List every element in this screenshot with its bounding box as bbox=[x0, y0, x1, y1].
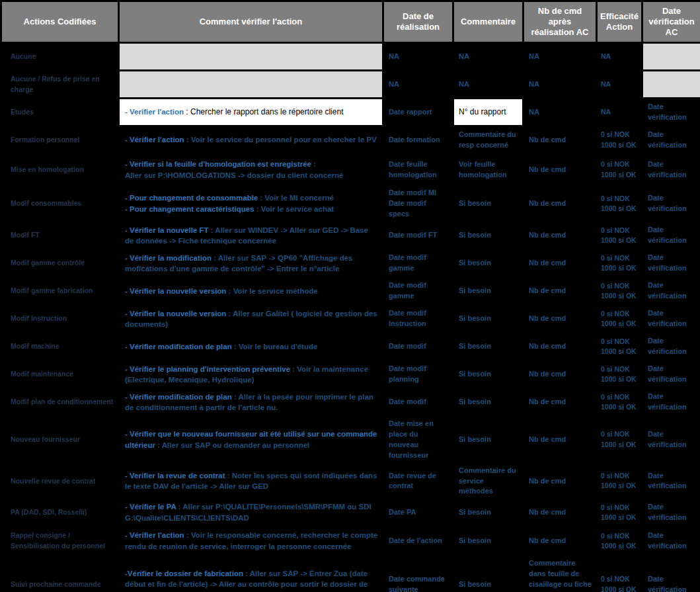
cell-nb-cmd: Nb de cmd bbox=[524, 463, 597, 499]
cell-nb-cmd: Nb de cmd bbox=[524, 526, 597, 556]
table-row: Mise en homologation- Verifier si la feu… bbox=[1, 154, 700, 186]
cell-how bbox=[119, 71, 383, 99]
cell-action: Modif maintenance bbox=[1, 360, 119, 388]
how-line: - Vérifier la modification : Aller sur S… bbox=[125, 253, 378, 275]
how-line: - Vérifier modification de plan : Voir l… bbox=[125, 341, 378, 353]
cell-date-verification: Date vérification bbox=[642, 305, 700, 333]
cell-how: - Vérifier la nouvelle version : Aller s… bbox=[119, 305, 383, 333]
cell-commentaire: Commentaire du resp concerné bbox=[453, 126, 524, 154]
cell-date-verification: Date vérification bbox=[642, 416, 700, 463]
cell-action: Rappel consigne / Sensibilisation du per… bbox=[1, 526, 119, 556]
cell-action: Nouvelle revue de contrat bbox=[1, 463, 119, 499]
how-lead-text: - Verifier si la feuille d'homologation … bbox=[125, 160, 311, 168]
cell-date-verification: Date vérification bbox=[642, 463, 700, 499]
table-row: AucuneNANANANA bbox=[1, 43, 700, 71]
cell-commentaire: Si besoin bbox=[453, 499, 524, 526]
column-header: Comment vérifier l'action bbox=[119, 1, 383, 43]
how-line: - Verifier la revue de contrat : Noter l… bbox=[125, 470, 378, 492]
how-lead-text: - Vérifier l'action bbox=[125, 531, 184, 539]
cell-nb-cmd: Nb de cmd bbox=[524, 186, 597, 222]
cell-date-realisation: Date de l'action bbox=[383, 526, 453, 556]
cell-commentaire: Si besoin bbox=[453, 556, 524, 592]
how-line: - Vérifier l'action : Voir le service du… bbox=[125, 134, 378, 146]
cell-efficacite: 0 si NOK 1000 si OK bbox=[597, 249, 642, 277]
cell-nb-cmd: Nb de cmd bbox=[524, 154, 597, 186]
cell-commentaire: N° du rapport bbox=[453, 99, 524, 126]
cell-nb-cmd: Nb de cmd bbox=[524, 249, 597, 277]
cell-efficacite: 0 si NOK 1000 si OK bbox=[597, 526, 642, 556]
cell-action: Modif Instruction bbox=[1, 305, 119, 333]
cell-action: Mise en homologation bbox=[1, 154, 119, 186]
cell-date-verification: Date vérification bbox=[642, 249, 700, 277]
cell-nb-cmd: Nb de cmd bbox=[524, 333, 597, 360]
table-row: Modif machine- Vérifier modification de … bbox=[1, 333, 700, 360]
how-detail-text: : Voir le MI concerné bbox=[258, 194, 334, 202]
how-detail-text: : Voir le service du personnel pour en c… bbox=[184, 136, 377, 144]
cell-commentaire: Si besoin bbox=[453, 526, 524, 556]
how-lead-text: - Pour changement caractéristiques bbox=[125, 205, 254, 213]
cell-commentaire: Si besoin bbox=[453, 416, 524, 463]
cell-action: Aucune / Refus de prise en charge bbox=[1, 71, 119, 99]
cell-date-verification: Date vérification bbox=[642, 556, 700, 592]
cell-date-realisation: Date mise en place du nouveau fournisseu… bbox=[383, 416, 453, 463]
how-detail-text: : Chercher le rapport dans le répertoire… bbox=[184, 107, 343, 116]
cell-date-verification: Date vérification bbox=[642, 99, 700, 126]
cell-efficacite: 0 si NOK 1000 si OK bbox=[597, 416, 642, 463]
table-row: Etudes- Verifier l'action : Chercher le … bbox=[1, 99, 700, 126]
how-line: - Vérifier l'action : Voir le responsabl… bbox=[125, 530, 378, 552]
cell-how: - Pour changement de consommable : Voir … bbox=[119, 186, 383, 222]
table-row: Rappel consigne / Sensibilisation du per… bbox=[1, 526, 700, 556]
column-header: Commentaire bbox=[453, 1, 524, 43]
how-line: - Vérifier le PA : Aller sur P:\QUALITE\… bbox=[125, 501, 378, 523]
cell-action: Modif FT bbox=[1, 222, 119, 249]
how-detail-text: : bbox=[311, 160, 316, 168]
cell-date-realisation: Date PA bbox=[383, 499, 453, 526]
cell-commentaire: Si besoin bbox=[453, 388, 524, 416]
cell-commentaire: NA bbox=[453, 71, 524, 99]
cell-commentaire: Si besoin bbox=[453, 360, 524, 388]
cell-efficacite: 0 si NOK 1000 si OK bbox=[597, 277, 642, 305]
table-row: Modif consommables- Pour changement de c… bbox=[1, 186, 700, 222]
cell-efficacite: 0 si NOK 1000 si OK bbox=[597, 154, 642, 186]
how-detail-text: : Voir le service achat bbox=[254, 205, 334, 213]
cell-action: Aucune bbox=[1, 43, 119, 71]
cell-nb-cmd: Commentaire dans feuille de cisaillage o… bbox=[524, 556, 597, 592]
table-row: Modif Instruction- Vérifier la nouvelle … bbox=[1, 305, 700, 333]
cell-efficacite: 0 si NOK 1000 si OK bbox=[597, 463, 642, 499]
how-line: Aller sur P:\HOMOLOGATIONS -> dossier du… bbox=[125, 170, 378, 181]
cell-date-verification bbox=[642, 71, 700, 99]
header-row: Actions CodifiéesComment vérifier l'acti… bbox=[1, 1, 700, 43]
cell-efficacite: 0 si NOK 1000 si OK bbox=[597, 360, 642, 388]
cell-commentaire: Si besoin bbox=[453, 249, 524, 277]
cell-commentaire: Si besoin bbox=[453, 333, 524, 360]
column-header: Date vérification AC bbox=[642, 1, 700, 43]
cell-date-realisation: Date rapport bbox=[383, 99, 453, 126]
table-row: Formation personnel- Vérifier l'action :… bbox=[1, 126, 700, 154]
cell-how: - Vérifier l'action : Voir le responsabl… bbox=[119, 526, 383, 556]
cell-action: Modif gamme contrôle bbox=[1, 249, 119, 277]
how-lead-text: - Vérifier modification de plan bbox=[125, 343, 232, 351]
cell-nb-cmd: Nb de cmd bbox=[524, 222, 597, 249]
cell-commentaire: Si besoin bbox=[453, 305, 524, 333]
column-header: Nb de cmd après réalisation AC bbox=[524, 1, 597, 43]
cell-date-realisation: Date modif FT bbox=[383, 222, 453, 249]
how-detail-text: : Aller sur SAP ou demander au personnel bbox=[155, 441, 309, 449]
cell-how: -Vérifier le dossier de fabrication : Al… bbox=[119, 556, 383, 592]
table-row: Modif plan de conditionnement- Vérifier … bbox=[1, 388, 700, 416]
cell-how: - Vérifier le planning d'intervention pr… bbox=[119, 360, 383, 388]
cell-efficacite: 0 si NOK 1000 si OK bbox=[597, 499, 642, 526]
cell-efficacite: NA bbox=[597, 43, 642, 71]
table-row: Nouvelle revue de contrat- Verifier la r… bbox=[1, 463, 700, 499]
cell-date-realisation: Date modif bbox=[383, 388, 453, 416]
how-line: - Verifier l'action : Chercher le rappor… bbox=[125, 106, 378, 118]
cell-nb-cmd: Nb de cmd bbox=[524, 305, 597, 333]
cell-efficacite: 0 si NOK 1000 si OK bbox=[597, 305, 642, 333]
cell-nb-cmd: NA bbox=[524, 43, 597, 71]
cell-efficacite: NA bbox=[597, 71, 642, 99]
cell-how: - Vérifier modification de plan : Aller … bbox=[119, 388, 383, 416]
how-lead-text: -Vérifier le dossier de fabrication bbox=[125, 570, 243, 577]
cell-how: - Verifier la revue de contrat : Noter l… bbox=[119, 463, 383, 499]
cell-date-realisation: Date modif gamme bbox=[383, 249, 453, 277]
cell-how: - Vérifier la nouvelle FT : Aller sur WI… bbox=[119, 222, 383, 249]
cell-date-verification: Date vérification bbox=[642, 154, 700, 186]
